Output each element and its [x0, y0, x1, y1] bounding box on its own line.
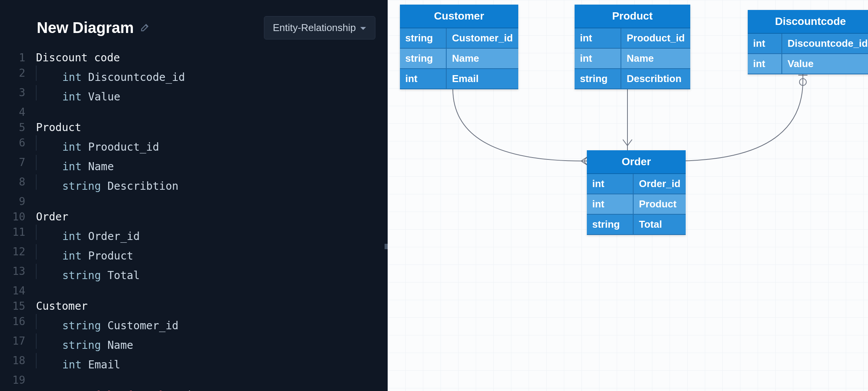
- column-name: Total: [634, 215, 686, 235]
- scrollbar-thumb[interactable]: [385, 244, 388, 249]
- entity-row[interactable]: stringName: [400, 49, 518, 69]
- line-number: 6: [5, 135, 36, 155]
- entity-row[interactable]: intProoduct_id: [575, 28, 690, 49]
- code-line[interactable]: 18 int Email: [5, 353, 388, 373]
- column-name: Discountcode_id: [782, 34, 868, 54]
- column-type: int: [587, 194, 634, 215]
- entity-row[interactable]: intValue: [748, 54, 868, 74]
- code-line[interactable]: 15Customer: [5, 299, 388, 314]
- code-line[interactable]: 10Order: [5, 209, 388, 225]
- code-line[interactable]: 16 string Customer_id: [5, 314, 388, 334]
- code-line[interactable]: 3 int Value: [5, 85, 388, 105]
- line-number: 12: [5, 244, 36, 264]
- code-line[interactable]: 7 int Name: [5, 155, 388, 174]
- line-number: 19: [5, 373, 36, 388]
- column-name: Name: [621, 49, 690, 69]
- line-number: 9: [5, 194, 36, 209]
- entity-row[interactable]: intName: [575, 49, 690, 69]
- diagram-type-label: Entity-Relationship: [273, 22, 356, 34]
- entity-row[interactable]: intOrder_id: [587, 174, 686, 194]
- line-number: 17: [5, 334, 36, 353]
- code-line[interactable]: 19: [5, 373, 388, 388]
- column-name: Describtion: [621, 69, 690, 89]
- line-number: 18: [5, 353, 36, 373]
- code-line[interactable]: 13 string Total: [5, 264, 388, 283]
- column-type: int: [748, 54, 782, 74]
- diagram-canvas[interactable]: CustomerstringCustomer_idstringNameintEm…: [388, 0, 868, 391]
- line-number: 1: [5, 50, 36, 66]
- column-name: Value: [782, 54, 868, 74]
- entity-product[interactable]: ProductintProoduct_idintNamestringDescri…: [575, 5, 690, 89]
- line-number: 11: [5, 225, 36, 244]
- line-number: 13: [5, 264, 36, 283]
- column-type: string: [575, 69, 621, 89]
- entity-customer[interactable]: CustomerstringCustomer_idstringNameintEm…: [400, 5, 518, 89]
- edit-title-icon[interactable]: [140, 22, 151, 34]
- code-line[interactable]: 8 string Describtion: [5, 174, 388, 194]
- column-type: int: [400, 69, 447, 89]
- column-type: string: [400, 49, 447, 69]
- entity-header[interactable]: Customer: [400, 5, 518, 28]
- column-name: Email: [447, 69, 518, 89]
- line-number: 3: [5, 85, 36, 105]
- diagram-type-select[interactable]: Entity-Relationship: [264, 16, 375, 39]
- entity-order[interactable]: OrderintOrder_idintProductstringTotal: [587, 150, 686, 235]
- entity-row[interactable]: intProduct: [587, 194, 686, 215]
- column-type: string: [587, 215, 634, 235]
- code-line[interactable]: 9: [5, 194, 388, 209]
- line-number: 10: [5, 209, 36, 225]
- entity-row[interactable]: intDiscountcode_id: [748, 34, 868, 54]
- entity-header[interactable]: Product: [575, 5, 690, 28]
- entity-row[interactable]: intEmail: [400, 69, 518, 89]
- line-number: 14: [5, 283, 36, 299]
- line-number: 2: [5, 66, 36, 85]
- line-number: 20: [5, 388, 36, 391]
- column-type: int: [575, 28, 621, 49]
- svg-line-12: [623, 140, 627, 146]
- code-line[interactable]: 11 int Order_id: [5, 225, 388, 244]
- svg-line-13: [627, 140, 632, 146]
- code-line[interactable]: 5Product: [5, 120, 388, 135]
- line-number: 5: [5, 120, 36, 135]
- code-line[interactable]: 12 int Product: [5, 244, 388, 264]
- entity-row[interactable]: stringDescribtion: [575, 69, 690, 89]
- code-line[interactable]: 14: [5, 283, 388, 299]
- column-type: int: [587, 174, 634, 194]
- entity-header[interactable]: Order: [587, 150, 686, 174]
- line-number: 15: [5, 299, 36, 314]
- column-type: string: [400, 28, 447, 49]
- code-line[interactable]: 1Discount code: [5, 50, 388, 66]
- code-editor-panel: New Diagram Entity-Relationship 1Discoun…: [0, 0, 388, 391]
- code-editor[interactable]: 1Discount code2 int Discountcode_id3 int…: [0, 50, 388, 391]
- code-line[interactable]: 4: [5, 105, 388, 120]
- column-name: Order_id: [634, 174, 686, 194]
- column-name: Customer_id: [447, 28, 518, 49]
- code-line[interactable]: 2 int Discountcode_id: [5, 66, 388, 85]
- column-name: Name: [447, 49, 518, 69]
- entity-row[interactable]: stringTotal: [587, 215, 686, 235]
- diagram-title[interactable]: New Diagram: [37, 19, 134, 36]
- code-line[interactable]: 20Customer {1}--{0..n} Order: [5, 388, 388, 391]
- line-number: 16: [5, 314, 36, 334]
- column-name: Product: [634, 194, 686, 215]
- entity-discountcode[interactable]: DiscountcodeintDiscountcode_idintValue: [748, 10, 868, 74]
- line-number: 7: [5, 155, 36, 174]
- entity-header[interactable]: Discountcode: [748, 10, 868, 34]
- code-line[interactable]: 6 int Prooduct_id: [5, 135, 388, 155]
- column-type: int: [748, 34, 782, 54]
- svg-point-16: [799, 79, 806, 85]
- entity-row[interactable]: stringCustomer_id: [400, 28, 518, 49]
- column-type: int: [575, 49, 621, 69]
- code-line[interactable]: 17 string Name: [5, 334, 388, 353]
- column-name: Prooduct_id: [621, 28, 690, 49]
- line-number: 4: [5, 105, 36, 120]
- line-number: 8: [5, 174, 36, 194]
- editor-header: New Diagram Entity-Relationship: [0, 0, 388, 50]
- chevron-down-icon: [360, 22, 367, 34]
